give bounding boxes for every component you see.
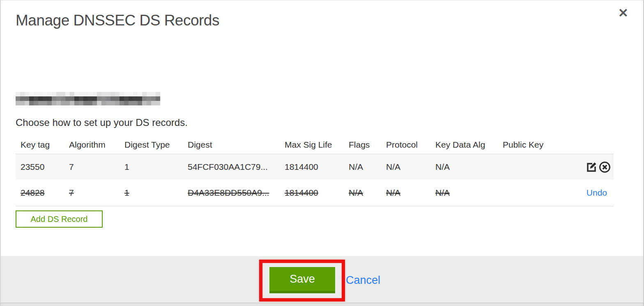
cell-key-data-alg: N/A — [430, 162, 498, 172]
col-header-algorithm: Algorithm — [64, 140, 120, 150]
table-row: 23550 7 1 54FCF030AA1C79... 1814400 N/A … — [16, 154, 614, 180]
cell-digest: D4A33E8DD550A9... — [183, 188, 280, 198]
cell-key-tag: 23550 — [16, 162, 64, 172]
col-header-protocol: Protocol — [381, 140, 430, 150]
redacted-domain — [16, 92, 160, 105]
col-header-flags: Flags — [344, 140, 381, 150]
remove-icon[interactable] — [598, 160, 611, 174]
cell-flags: N/A — [344, 188, 381, 198]
add-ds-record-button[interactable]: Add DS Record — [16, 210, 103, 228]
cell-key-data-alg: N/A — [430, 188, 498, 198]
cell-protocol: N/A — [381, 188, 430, 198]
col-header-key-tag: Key tag — [16, 140, 64, 150]
save-button[interactable]: Save — [269, 267, 335, 293]
close-icon[interactable]: ✕ — [618, 7, 628, 19]
table-row-deleted: 24828 7 1 D4A33E8DD550A9... 1814400 N/A … — [16, 180, 614, 206]
cell-digest-type: 1 — [120, 188, 183, 198]
ds-records-table: Key tag Algorithm Digest Type Digest Max… — [16, 136, 614, 206]
edit-icon[interactable] — [585, 160, 598, 174]
cell-max-sig-life: 1814400 — [280, 162, 344, 172]
modal-footer: Save Cancel — [1, 256, 643, 303]
col-header-digest: Digest — [183, 140, 280, 150]
col-header-digest-type: Digest Type — [120, 140, 183, 150]
cell-key-tag: 24828 — [16, 188, 64, 198]
col-header-max-sig-life: Max Sig Life — [280, 140, 344, 150]
dnssec-modal: Manage DNSSEC DS Records ✕ Choose how to… — [0, 0, 644, 306]
table-header-row: Key tag Algorithm Digest Type Digest Max… — [16, 136, 614, 154]
cell-digest: 54FCF030AA1C79... — [183, 162, 280, 172]
cell-algorithm: 7 — [64, 162, 120, 172]
page-title: Manage DNSSEC DS Records — [16, 12, 219, 29]
cancel-link[interactable]: Cancel — [346, 274, 380, 287]
bottom-edge — [1, 303, 643, 306]
col-header-public-key: Public Key — [498, 140, 581, 150]
cell-max-sig-life: 1814400 — [280, 188, 344, 198]
row-actions — [581, 160, 614, 174]
undo-link[interactable]: Undo — [586, 188, 611, 198]
col-header-key-data-alg: Key Data Alg — [430, 140, 498, 150]
cell-digest-type: 1 — [120, 162, 183, 172]
cell-flags: N/A — [344, 162, 381, 172]
instruction-text: Choose how to set up your DS records. — [16, 117, 188, 128]
cell-algorithm: 7 — [64, 188, 120, 198]
cell-protocol: N/A — [381, 162, 430, 172]
row-actions: Undo — [581, 188, 614, 198]
